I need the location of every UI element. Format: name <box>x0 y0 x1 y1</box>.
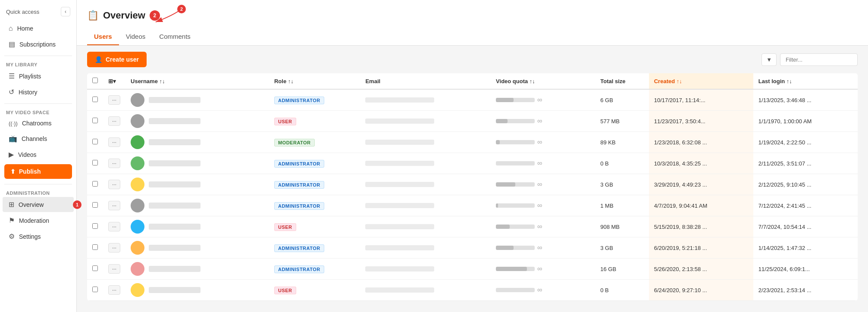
sidebar-item-history[interactable]: ↺ History <box>3 84 74 100</box>
col-total-header[interactable]: Total size <box>595 73 649 89</box>
quota-infinity: ∞ <box>537 117 542 125</box>
row-actions-button[interactable]: ··· <box>108 95 120 105</box>
row-quota-cell: ∞ <box>491 174 595 195</box>
row-checkbox[interactable] <box>92 287 98 292</box>
create-user-button[interactable]: 👤 Create user <box>87 52 147 67</box>
col-username-header[interactable]: Username ↑↓ <box>125 73 269 89</box>
role-badge: USER <box>274 223 296 231</box>
row-lastlogin-cell: 1/19/2024, 2:22:50 ... <box>753 132 858 153</box>
quota-bar-bg <box>496 267 535 271</box>
page-title-row: 📋 Overview 2 2 <box>87 7 858 24</box>
row-username-cell <box>125 280 269 301</box>
col-created-header[interactable]: Created ↑↓ <box>649 73 753 89</box>
row-actions-button[interactable]: ··· <box>108 116 120 126</box>
quota-bar-bg <box>496 225 535 229</box>
avatar <box>131 241 144 255</box>
filter-area: ▼ <box>761 53 858 66</box>
annotation-arrow-2: 2 <box>169 7 194 24</box>
sidebar-item-moderation[interactable]: ⚑ Moderation <box>3 213 74 228</box>
email-blurred <box>365 224 434 229</box>
quota-content: ∞ <box>496 265 590 273</box>
role-badge: USER <box>274 287 296 294</box>
table-row: ··· ADMINISTRATOR ∞ 0 B 10/3/2018, 4:35:… <box>87 153 858 174</box>
row-lastlogin-cell: 1/1/1970, 1:00:00 AM <box>753 111 858 132</box>
sidebar-item-overview-label: Overview <box>19 201 44 208</box>
publish-label: Publish <box>19 168 41 175</box>
publish-button[interactable]: ⬆ Publish <box>4 164 72 179</box>
row-role-cell: USER <box>269 111 360 132</box>
sidebar-item-playlists-label: Playlists <box>19 73 41 80</box>
row-actions-button[interactable]: ··· <box>108 137 120 147</box>
quota-content: ∞ <box>496 181 590 188</box>
quota-bar-fill <box>496 267 527 271</box>
row-checkbox[interactable] <box>92 244 98 250</box>
row-role-cell: ADMINISTRATOR <box>269 174 360 195</box>
row-actions-button[interactable]: ··· <box>108 222 120 231</box>
row-actions-button[interactable]: ··· <box>108 180 120 189</box>
my-video-space-label: My video space <box>0 107 76 116</box>
row-checkbox[interactable] <box>92 223 98 229</box>
row-checkbox-cell <box>87 237 103 259</box>
sidebar-item-chatrooms[interactable]: ((·)) Chatrooms <box>3 116 74 130</box>
col-actions-header[interactable]: ⊞▾ <box>103 73 125 89</box>
row-actions-button[interactable]: ··· <box>108 201 120 210</box>
avatar <box>131 283 144 297</box>
row-actions-button[interactable]: ··· <box>108 243 120 253</box>
sidebar-item-subscriptions[interactable]: ▤ Subscriptions <box>3 37 74 52</box>
table-row: ··· ADMINISTRATOR ∞ 6 GB 10/17/2017, 11:… <box>87 89 858 111</box>
row-created-cell: 1/23/2018, 6:32:08 ... <box>649 132 753 153</box>
quota-bar-bg <box>496 161 535 165</box>
sidebar-item-home[interactable]: ⌂ Home <box>3 21 74 36</box>
sidebar-collapse-button[interactable]: ‹ <box>61 7 70 16</box>
sidebar-item-overview[interactable]: ⊞ Overview 1 <box>3 197 74 212</box>
table-row: ··· USER ∞ 577 MB 11/23/2017, 3:50:4... … <box>87 111 858 132</box>
row-actions-button[interactable]: ··· <box>108 159 120 168</box>
row-quota-cell: ∞ <box>491 216 595 237</box>
col-email-header[interactable]: Email <box>360 73 491 89</box>
row-checkbox[interactable] <box>92 139 98 144</box>
row-total-cell: 6 GB <box>595 89 649 111</box>
table-row: ··· ADMINISTRATOR ∞ 16 GB 5/26/2020, 2:1… <box>87 259 858 280</box>
row-checkbox[interactable] <box>92 160 98 165</box>
row-role-cell: USER <box>269 216 360 237</box>
col-quota-header[interactable]: Video quota ↑↓ <box>491 73 595 89</box>
row-total-cell: 3 GB <box>595 174 649 195</box>
row-created-cell: 10/17/2017, 11:14:... <box>649 89 753 111</box>
sidebar-item-history-label: History <box>19 89 38 96</box>
sidebar-item-settings[interactable]: ⚙ Settings <box>3 229 74 244</box>
role-badge: ADMINISTRATOR <box>274 181 324 189</box>
row-actions-button[interactable]: ··· <box>108 285 120 295</box>
sidebar-item-channels[interactable]: 📺 Channels <box>3 131 74 146</box>
col-lastlogin-header[interactable]: Last login ↑↓ <box>753 73 858 89</box>
tab-videos[interactable]: Videos <box>119 29 153 45</box>
select-all-checkbox[interactable] <box>92 78 98 83</box>
sidebar-item-chatrooms-label: Chatrooms <box>22 120 51 127</box>
row-checkbox[interactable] <box>92 202 98 208</box>
table-container: ⊞▾ Username ↑↓ Role ↑↓ Email Video quota… <box>77 73 868 312</box>
row-checkbox[interactable] <box>92 181 98 187</box>
tab-users[interactable]: Users <box>87 29 119 45</box>
row-role-cell: MODERATOR <box>269 132 360 153</box>
quota-infinity: ∞ <box>537 265 542 273</box>
row-actions-cell: ··· <box>103 216 125 237</box>
sidebar-item-videos[interactable]: ▶ Videos <box>3 147 74 162</box>
row-checkbox[interactable] <box>92 118 98 123</box>
row-actions-button[interactable]: ··· <box>108 264 120 274</box>
quota-bar-bg <box>496 288 535 292</box>
role-badge: ADMINISTRATOR <box>274 244 324 252</box>
row-role-cell: ADMINISTRATOR <box>269 259 360 280</box>
tab-comments[interactable]: Comments <box>152 29 197 45</box>
sidebar-item-playlists[interactable]: ☰ Playlists <box>3 69 74 84</box>
row-checkbox[interactable] <box>92 97 98 102</box>
row-checkbox[interactable] <box>92 265 98 271</box>
filter-input[interactable] <box>780 53 858 66</box>
col-role-header[interactable]: Role ↑↓ <box>269 73 360 89</box>
table-row: ··· ADMINISTRATOR ∞ 1 MB 4/7/2019, 9:04:… <box>87 195 858 216</box>
row-role-cell: ADMINISTRATOR <box>269 195 360 216</box>
row-actions-cell: ··· <box>103 153 125 174</box>
username-content <box>131 283 264 297</box>
main-header: 📋 Overview 2 2 Users Videos Comments <box>77 0 868 46</box>
quota-content: ∞ <box>496 117 590 125</box>
row-username-cell <box>125 174 269 195</box>
filter-dropdown[interactable]: ▼ <box>761 53 777 66</box>
